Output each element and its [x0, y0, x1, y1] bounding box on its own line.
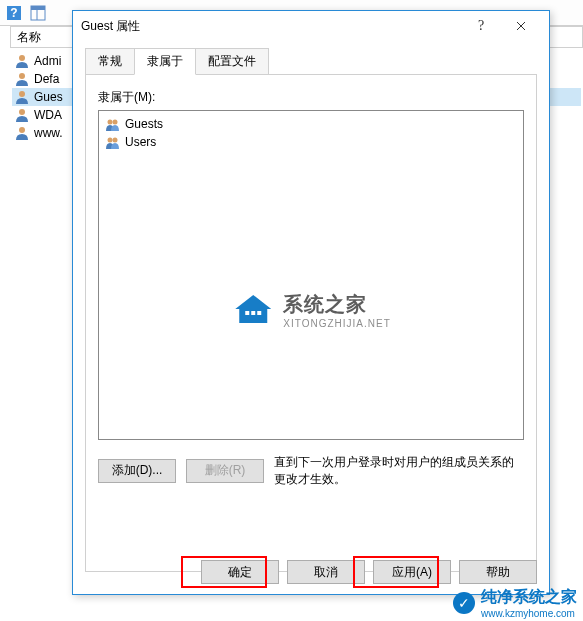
group-name: Guests — [125, 117, 163, 131]
group-name: Users — [125, 135, 156, 149]
dialog-title: Guest 属性 — [81, 18, 461, 35]
svg-text:?: ? — [10, 6, 17, 20]
toolbar-panel-button[interactable] — [28, 3, 48, 23]
user-name: Admi — [34, 54, 61, 68]
user-icon — [14, 53, 30, 69]
add-button[interactable]: 添加(D)... — [98, 459, 176, 483]
memberof-listbox[interactable]: Guests Users — [98, 110, 524, 440]
svg-point-9 — [19, 127, 25, 133]
close-icon — [516, 21, 526, 31]
tab-panel-memberof: 隶属于(M): Guests Users 添加(D)... 删除(R) 直到下一… — [85, 74, 537, 572]
svg-point-8 — [19, 109, 25, 115]
dialog-footer: 确定 取消 应用(A) 帮助 — [201, 560, 537, 584]
memberof-label: 隶属于(M): — [98, 89, 524, 106]
close-button[interactable] — [501, 11, 541, 41]
remove-button[interactable]: 删除(R) — [186, 459, 264, 483]
tab-profile[interactable]: 配置文件 — [195, 48, 269, 75]
tabstrip: 常规 隶属于 配置文件 — [85, 48, 537, 75]
help-icon: ? — [6, 5, 22, 21]
row-below-list: 添加(D)... 删除(R) 直到下一次用户登录时对用户的组成员关系的更改才生效… — [98, 454, 524, 488]
svg-point-5 — [19, 55, 25, 61]
svg-point-15 — [113, 138, 118, 143]
dialog-body: 常规 隶属于 配置文件 隶属于(M): Guests Users 添加(D)..… — [73, 41, 549, 584]
user-name: Gues — [34, 90, 63, 104]
apply-button[interactable]: 应用(A) — [373, 560, 451, 584]
help-button-footer[interactable]: 帮助 — [459, 560, 537, 584]
user-name: WDA — [34, 108, 62, 122]
user-name: www. — [34, 126, 63, 140]
user-icon — [14, 125, 30, 141]
user-icon — [14, 71, 30, 87]
properties-dialog: Guest 属性 ? 常规 隶属于 配置文件 隶属于(M): Guests Us… — [72, 10, 550, 595]
group-icon — [105, 134, 121, 150]
ok-button[interactable]: 确定 — [201, 560, 279, 584]
user-name: Defa — [34, 72, 59, 86]
user-icon — [14, 89, 30, 105]
panel-icon — [30, 5, 46, 21]
svg-point-7 — [19, 91, 25, 97]
cancel-button[interactable]: 取消 — [287, 560, 365, 584]
tab-general[interactable]: 常规 — [85, 48, 135, 75]
svg-point-12 — [108, 120, 113, 125]
svg-rect-3 — [31, 6, 45, 10]
toolbar-help-button[interactable]: ? — [4, 3, 24, 23]
svg-point-14 — [108, 138, 113, 143]
svg-point-13 — [113, 120, 118, 125]
user-icon — [14, 107, 30, 123]
titlebar[interactable]: Guest 属性 ? — [73, 11, 549, 41]
help-button[interactable]: ? — [461, 11, 501, 41]
tab-memberof[interactable]: 隶属于 — [134, 48, 196, 75]
svg-point-6 — [19, 73, 25, 79]
list-item[interactable]: Users — [103, 133, 519, 151]
list-item[interactable]: Guests — [103, 115, 519, 133]
membership-change-note: 直到下一次用户登录时对用户的组成员关系的更改才生效。 — [274, 454, 524, 488]
group-icon — [105, 116, 121, 132]
